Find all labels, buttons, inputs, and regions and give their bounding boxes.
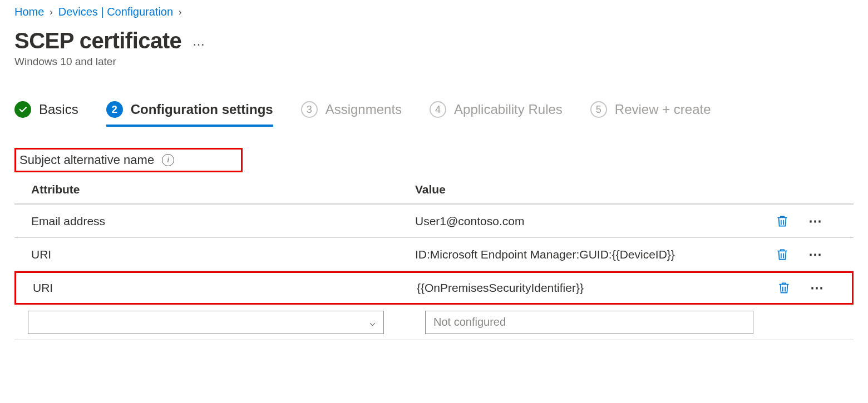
step-label: Basics	[39, 102, 78, 117]
row-more-button[interactable]: ⋯	[805, 210, 827, 232]
step-number-icon: 4	[430, 101, 446, 118]
delete-button[interactable]	[771, 243, 793, 266]
table-row: Email address User1@contoso.com ⋯	[14, 205, 854, 238]
cell-value: User1@contoso.com	[415, 215, 771, 228]
san-table: Attribute Value Email address User1@cont…	[14, 176, 854, 340]
breadcrumb: Home › Devices | Configuration ›	[14, 0, 854, 23]
step-applicability-rules[interactable]: 4 Applicability Rules	[430, 101, 563, 126]
chevron-right-icon: ›	[50, 7, 52, 17]
more-actions-icon[interactable]: ⋯	[193, 27, 206, 52]
breadcrumb-home[interactable]: Home	[14, 6, 44, 18]
section-label: Subject alternative name	[19, 153, 154, 167]
chevron-right-icon: ›	[179, 7, 181, 17]
breadcrumb-devices[interactable]: Devices | Configuration	[58, 6, 173, 18]
step-number-icon: 5	[590, 101, 607, 118]
check-circle-icon	[14, 101, 31, 118]
step-review-create[interactable]: 5 Review + create	[590, 101, 711, 126]
info-icon[interactable]: i	[162, 154, 174, 166]
delete-button[interactable]	[771, 210, 793, 232]
step-basics[interactable]: Basics	[14, 101, 78, 126]
step-label: Assignments	[326, 102, 402, 117]
wizard-steps: Basics 2 Configuration settings 3 Assign…	[14, 101, 854, 126]
col-value: Value	[415, 183, 771, 196]
table-header-row: Attribute Value	[14, 176, 854, 205]
step-configuration-settings[interactable]: 2 Configuration settings	[106, 101, 273, 126]
page-subtitle: Windows 10 and later	[14, 56, 854, 68]
chevron-down-icon: ⌵	[369, 316, 376, 329]
cell-value: ID:Microsoft Endpoint Manager:GUID:{{Dev…	[415, 248, 771, 261]
step-label: Configuration settings	[131, 102, 273, 117]
table-row: URI ID:Microsoft Endpoint Manager:GUID:{…	[14, 238, 854, 271]
table-row: URI {{OnPremisesSecurityIdentifier}} ⋯	[14, 271, 854, 305]
col-attribute: Attribute	[31, 183, 415, 196]
table-new-row: ⌵ Not configured	[14, 305, 854, 340]
step-label: Review + create	[615, 102, 711, 117]
row-more-button[interactable]: ⋯	[805, 243, 827, 266]
cell-attribute: Email address	[31, 215, 415, 228]
row-more-button[interactable]: ⋯	[806, 277, 828, 299]
step-label: Applicability Rules	[454, 102, 563, 117]
page-title: SCEP certificate	[14, 28, 181, 53]
delete-button[interactable]	[773, 277, 795, 299]
cell-attribute: URI	[31, 248, 415, 261]
cell-value: {{OnPremisesSecurityIdentifier}}	[417, 281, 773, 295]
step-assignments[interactable]: 3 Assignments	[301, 101, 402, 126]
cell-attribute: URI	[33, 281, 417, 295]
section-subject-alternative-name: Subject alternative name i	[14, 148, 243, 172]
step-number-icon: 3	[301, 101, 318, 118]
attribute-select[interactable]: ⌵	[28, 311, 384, 334]
step-number-icon: 2	[106, 101, 123, 118]
value-input[interactable]: Not configured	[425, 311, 753, 334]
